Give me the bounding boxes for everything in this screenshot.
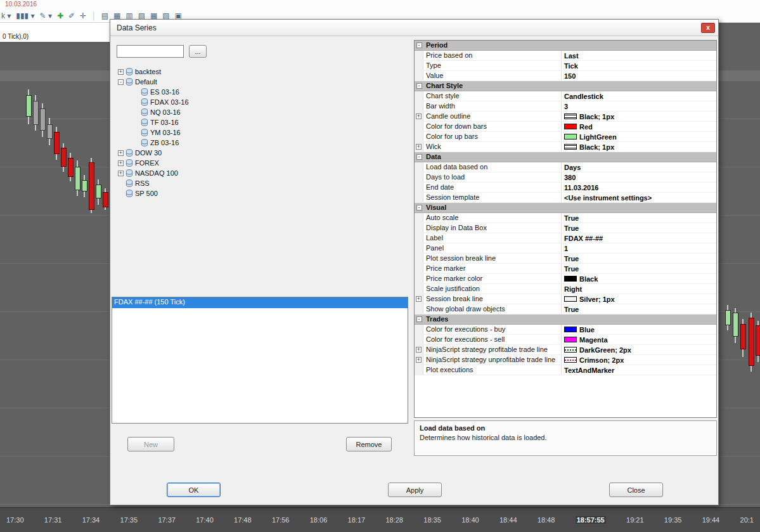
- close-icon[interactable]: x: [701, 23, 715, 33]
- property-value-text: True: [564, 255, 579, 263]
- property-grid-row[interactable]: + Wick Black; 1px: [415, 142, 716, 152]
- tree-expander-icon[interactable]: +: [118, 171, 124, 176]
- property-grid-row[interactable]: Price based on Last: [415, 51, 716, 61]
- property-grid-row[interactable]: Display in Data Box True: [415, 223, 716, 233]
- remove-button[interactable]: Remove: [346, 437, 392, 451]
- drawing-tools-selector[interactable]: ✎ ▾: [40, 10, 52, 22]
- property-grid-row[interactable]: - Trades: [415, 315, 716, 325]
- property-grid-row[interactable]: Session template <Use instrument setting…: [415, 193, 716, 203]
- close-dialog-button[interactable]: Close: [609, 483, 663, 497]
- property-grid-row[interactable]: Color for executions - sell Magenta: [415, 335, 716, 345]
- property-name: Panel: [423, 243, 562, 253]
- instrument-tree-item[interactable]: + backtest: [117, 67, 406, 77]
- property-value-text: 380: [564, 174, 576, 181]
- property-expander-icon[interactable]: +: [416, 296, 422, 302]
- ok-button[interactable]: OK: [167, 483, 221, 497]
- property-expander-icon[interactable]: +: [416, 144, 422, 150]
- property-grid-row[interactable]: Type Tick: [415, 61, 716, 71]
- property-grid-row[interactable]: Scale justification Right: [415, 284, 716, 294]
- chart-window-icon-1[interactable]: ▤: [101, 10, 108, 22]
- property-value: 3: [562, 101, 716, 111]
- row-margin: -: [415, 81, 423, 91]
- strategy-pencil-icon[interactable]: ✐: [68, 10, 75, 22]
- toolbar-separator[interactable]: │: [91, 10, 96, 22]
- crosshair-icon[interactable]: ✛: [80, 10, 86, 22]
- property-grid-row[interactable]: Plot executions TextAndMarker: [415, 365, 716, 375]
- dialog-titlebar[interactable]: Data Series x: [110, 20, 718, 36]
- property-expander-icon[interactable]: -: [416, 154, 422, 160]
- instrument-tree-item[interactable]: YM 03-16: [117, 127, 406, 138]
- property-grid-row[interactable]: End date 11.03.2016: [415, 183, 716, 193]
- instrument-tree-item[interactable]: RSS: [117, 178, 406, 188]
- property-expander-icon[interactable]: -: [416, 83, 422, 89]
- property-grid-row[interactable]: Price marker True: [415, 264, 716, 274]
- property-expander-icon[interactable]: +: [416, 347, 422, 353]
- series-list: FDAX ##-## (150 Tick): [112, 297, 408, 424]
- property-grid-row[interactable]: Value 150: [415, 71, 716, 81]
- color-swatch: [564, 337, 577, 342]
- instrument-tree-item[interactable]: SP 500: [117, 188, 406, 198]
- instrument-tree-item[interactable]: FDAX 03-16: [117, 97, 406, 107]
- instrument-tree-item[interactable]: + FOREX: [117, 158, 406, 168]
- instrument-search-input[interactable]: [117, 45, 184, 58]
- interval-selector[interactable]: k ▾: [1, 10, 11, 22]
- property-expander-icon[interactable]: -: [416, 42, 422, 48]
- instrument-tree-item[interactable]: + DOW 30: [117, 148, 406, 158]
- property-grid-row[interactable]: Color for down bars Red: [415, 122, 716, 132]
- property-grid-row[interactable]: - Period: [415, 41, 716, 51]
- property-grid-row[interactable]: Price marker color Black: [415, 274, 716, 284]
- property-grid-row[interactable]: Days to load 380: [415, 172, 716, 183]
- property-grid-row[interactable]: Color for up bars LightGreen: [415, 132, 716, 142]
- chart-style-selector[interactable]: ▮▮▮ ▾: [16, 10, 34, 22]
- tree-expander-icon[interactable]: +: [118, 160, 124, 166]
- property-grid-row[interactable]: - Visual: [415, 203, 716, 213]
- instrument-tree-item[interactable]: TF 03-16: [117, 117, 406, 127]
- browse-button[interactable]: ...: [189, 45, 207, 58]
- add-indicator-icon[interactable]: ✚: [57, 10, 63, 22]
- property-expander-icon[interactable]: +: [416, 114, 422, 119]
- instrument-tree-item[interactable]: ZB 03-16: [117, 138, 406, 148]
- tree-expander-icon[interactable]: +: [118, 69, 124, 75]
- property-value: Black; 1px: [562, 112, 716, 121]
- property-grid-row[interactable]: - Chart Style: [415, 81, 716, 91]
- row-margin: [415, 91, 423, 101]
- apply-button[interactable]: Apply: [388, 483, 442, 497]
- property-grid-row[interactable]: Plot session break line True: [415, 254, 716, 264]
- row-margin: [415, 71, 423, 81]
- property-grid-row[interactable]: Label FDAX ##-##: [415, 233, 716, 243]
- property-name: Chart style: [423, 91, 562, 101]
- property-grid-row[interactable]: Color for executions - buy Blue: [415, 325, 716, 335]
- property-grid-row[interactable]: + NinjaScript strategy unprofitable trad…: [415, 355, 716, 365]
- series-list-item[interactable]: FDAX ##-## (150 Tick): [112, 297, 408, 308]
- property-grid-row[interactable]: + Candle outline Black; 1px: [415, 112, 716, 122]
- instrument-tree-item[interactable]: ES 03-16: [117, 87, 406, 97]
- property-grid-row[interactable]: Bar width 3: [415, 101, 716, 112]
- property-grid-row[interactable]: - Data: [415, 152, 716, 162]
- property-grid-row[interactable]: + NinjaScript strategy profitable trade …: [415, 345, 716, 355]
- property-expander-icon[interactable]: +: [416, 357, 422, 363]
- property-grid-row[interactable]: Load data based on Days: [415, 162, 716, 172]
- property-grid-row[interactable]: + Session break line Silver; 1px: [415, 294, 716, 304]
- time-axis: 17:30 17:31 17:34 17:35 17:37 17:40 17:4…: [0, 507, 760, 532]
- property-expander-icon[interactable]: -: [416, 316, 422, 322]
- property-grid-row[interactable]: Panel 1: [415, 243, 716, 254]
- property-grid-row[interactable]: Chart style Candlestick: [415, 91, 716, 101]
- tree-expander-icon[interactable]: -: [118, 79, 124, 85]
- property-value: True: [562, 213, 716, 223]
- row-margin: [415, 162, 423, 172]
- property-value: Crimson; 2px: [562, 355, 716, 365]
- instrument-tree-item[interactable]: + NASDAQ 100: [117, 168, 406, 178]
- tree-item-label: NQ 03-16: [150, 108, 181, 116]
- row-margin: [415, 122, 423, 131]
- tree-expander-icon[interactable]: +: [118, 150, 124, 156]
- row-margin: [415, 61, 423, 70]
- property-expander-icon[interactable]: -: [416, 205, 422, 211]
- property-grid-row[interactable]: Auto scale True: [415, 213, 716, 223]
- instrument-tree-item[interactable]: - Default: [117, 77, 406, 87]
- row-margin: -: [415, 203, 423, 212]
- property-name: Label: [423, 233, 562, 243]
- new-button[interactable]: New: [127, 437, 174, 451]
- property-grid-row[interactable]: Show global draw objects True: [415, 304, 716, 315]
- time-tick-label: 17:34: [82, 516, 100, 524]
- instrument-tree-item[interactable]: NQ 03-16: [117, 107, 406, 117]
